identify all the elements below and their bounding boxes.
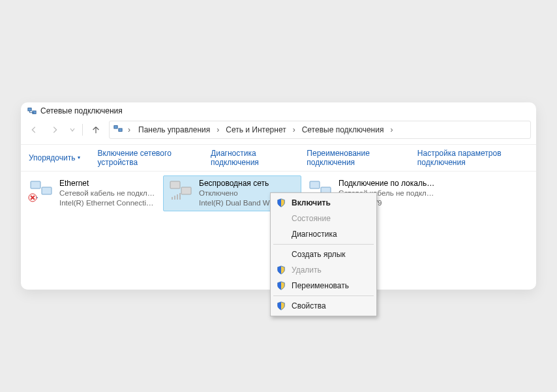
menu-shortcut[interactable]: Создать ярлык: [272, 247, 375, 262]
breadcrumb-item[interactable]: Сеть и Интернет: [223, 124, 288, 136]
adapter-name: Ethernet: [59, 179, 157, 189]
adapter-ethernet[interactable]: Ethernet Сетевой кабель не подключен Int…: [23, 175, 162, 211]
blank-icon: [276, 213, 286, 224]
svg-rect-10: [181, 187, 191, 194]
recent-dropdown[interactable]: [68, 122, 77, 138]
chevron-down-icon: ▾: [78, 155, 80, 160]
window-title: Сетевые подключения: [40, 106, 123, 115]
menu-label: Состояние: [292, 214, 331, 223]
menu-delete: Удалить: [272, 262, 375, 278]
svg-rect-13: [177, 194, 178, 200]
svg-rect-9: [170, 181, 180, 188]
chevron-icon: ›: [214, 124, 222, 136]
menu-separator: [273, 244, 374, 245]
up-button[interactable]: [88, 122, 104, 138]
breadcrumb-item[interactable]: Панель управления: [136, 124, 213, 136]
addressbar[interactable]: › Панель управления › Сеть и Интернет › …: [109, 121, 531, 139]
svg-rect-5: [119, 128, 122, 131]
navbar: › Панель управления › Сеть и Интернет › …: [21, 118, 536, 144]
breadcrumb-item[interactable]: Сетевые подключения: [299, 124, 387, 136]
svg-rect-14: [179, 193, 181, 200]
back-button[interactable]: [26, 122, 42, 138]
adapter-device: Intel(R) Ethernet Connection (4) I2...: [59, 198, 157, 208]
diagnose-label: Диагностика подключения: [211, 149, 290, 167]
nav-divider: [82, 124, 83, 136]
network-connections-window: Сетевые подключения › Панель управления …: [21, 102, 536, 290]
shield-icon: [276, 198, 286, 208]
blank-icon: [276, 229, 286, 239]
ethernet-icon: [28, 179, 54, 202]
adapters-list: Ethernet Сетевой кабель не подключен Int…: [21, 172, 536, 290]
svg-rect-15: [310, 181, 320, 188]
menu-label: Создать ярлык: [292, 250, 346, 259]
svg-rect-12: [174, 196, 175, 200]
menu-diagnose[interactable]: Диагностика: [272, 226, 375, 242]
forward-button[interactable]: [47, 122, 63, 138]
menu-label: Включить: [292, 198, 331, 207]
organize-label: Упорядочить: [29, 153, 75, 162]
rename-button[interactable]: Переименование подключения: [307, 149, 400, 167]
enable-label: Включение сетевого устройства: [97, 149, 194, 167]
menu-label: Удалить: [292, 265, 322, 275]
adapter-name: Подключение по локальной сети: [339, 179, 436, 189]
svg-rect-0: [28, 108, 31, 110]
organize-menu[interactable]: Упорядочить ▾: [29, 153, 80, 162]
svg-rect-11: [172, 197, 173, 200]
menu-label: Свойства: [292, 301, 326, 310]
shield-icon: [276, 301, 286, 311]
shield-icon: [276, 280, 286, 291]
menu-rename[interactable]: Переименовать: [272, 278, 375, 294]
wireless-icon: [168, 179, 194, 202]
settings-button[interactable]: Настройка параметров подключения: [417, 149, 528, 167]
menu-label: Переименовать: [292, 281, 349, 290]
menu-properties[interactable]: Свойства: [272, 298, 375, 314]
chevron-icon: ›: [290, 124, 298, 136]
settings-label: Настройка параметров подключения: [417, 149, 528, 167]
addressbar-icon: [113, 124, 123, 135]
menu-separator: [273, 295, 374, 296]
shield-icon: [276, 265, 286, 275]
context-menu: Включить Состояние Диагностика Создать я…: [270, 192, 377, 316]
network-icon: [27, 106, 37, 115]
menu-enable[interactable]: Включить: [272, 195, 375, 211]
chevron-icon: ›: [127, 125, 132, 134]
titlebar: Сетевые подключения: [21, 102, 536, 118]
svg-rect-4: [114, 126, 117, 128]
adapter-status: Сетевой кабель не подключен: [59, 188, 157, 198]
diagnose-button[interactable]: Диагностика подключения: [211, 149, 290, 167]
enable-device-button[interactable]: Включение сетевого устройства: [97, 149, 194, 167]
svg-rect-7: [42, 187, 52, 194]
menu-label: Диагностика: [292, 230, 337, 239]
svg-rect-6: [31, 181, 40, 188]
menu-state: Состояние: [272, 211, 375, 226]
chevron-icon: ›: [387, 124, 395, 136]
blank-icon: [276, 249, 286, 260]
rename-label: Переименование подключения: [307, 149, 400, 167]
adapter-name: Беспроводная сеть: [199, 179, 290, 189]
breadcrumb: Панель управления › Сеть и Интернет › Се…: [136, 124, 395, 136]
toolbar: Упорядочить ▾ Включение сетевого устройс…: [21, 144, 536, 172]
